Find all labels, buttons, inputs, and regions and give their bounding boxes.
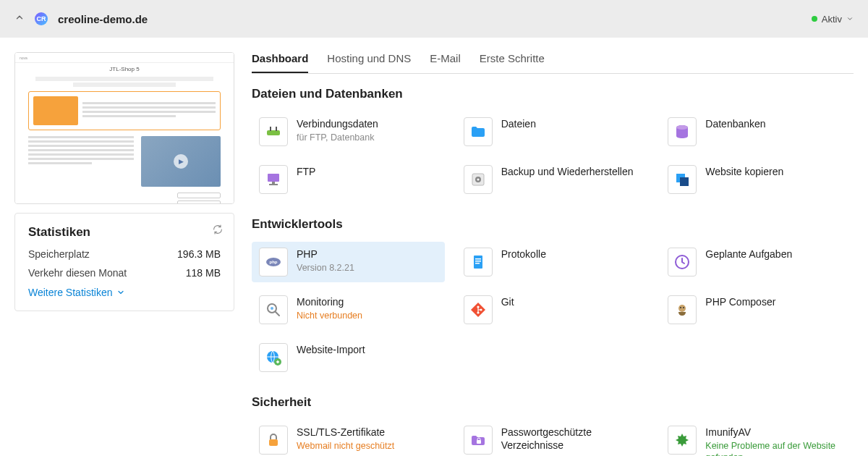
svg-rect-5 bbox=[268, 174, 279, 182]
git-icon bbox=[464, 295, 493, 324]
tile-title: FTP bbox=[297, 165, 315, 178]
traffic-value: 118 MB bbox=[186, 267, 221, 279]
svg-rect-31 bbox=[477, 440, 481, 444]
tile-sub: für FTP, Datenbank bbox=[297, 132, 378, 143]
more-stats-link[interactable]: Weitere Statistiken bbox=[28, 287, 125, 298]
php-icon: php bbox=[259, 248, 288, 276]
svg-rect-1 bbox=[270, 127, 271, 131]
svg-text:php: php bbox=[270, 260, 278, 264]
svg-rect-17 bbox=[475, 261, 481, 262]
svg-rect-0 bbox=[267, 130, 280, 135]
tile-website-import[interactable]: Website-Import bbox=[252, 337, 445, 378]
tile-monitoring[interactable]: Monitoring Nicht verbunden bbox=[252, 290, 445, 330]
tile-password-dirs[interactable]: Passwortgeschützte Verzeichnisse bbox=[456, 420, 650, 456]
imunify-icon bbox=[668, 426, 697, 455]
stats-card: Statistiken Speicherplatz 196.3 MB Verke… bbox=[14, 213, 234, 311]
tile-warn: Webmail nicht geschützt bbox=[297, 440, 394, 452]
collapse-chevron-icon[interactable] bbox=[14, 12, 25, 25]
copy-icon bbox=[668, 165, 697, 194]
tile-title: Datenbanken bbox=[705, 117, 765, 130]
ftp-icon bbox=[259, 165, 288, 194]
tile-title: PHP bbox=[297, 248, 354, 261]
svg-rect-2 bbox=[276, 127, 277, 131]
tile-git[interactable]: Git bbox=[456, 290, 650, 330]
tile-ssl[interactable]: SSL/TLS-Zertifikate Webmail nicht geschü… bbox=[252, 420, 445, 456]
magnifier-icon bbox=[259, 295, 288, 324]
tab-first-steps[interactable]: Erste Schritte bbox=[480, 52, 545, 73]
section-files-db: Dateien und Datenbanken bbox=[252, 87, 854, 101]
refresh-icon[interactable] bbox=[212, 224, 224, 238]
tile-backup[interactable]: Backup und Wiederherstellen bbox=[456, 159, 650, 200]
clock-icon bbox=[668, 248, 697, 276]
status-label: Aktiv bbox=[822, 14, 842, 25]
tile-scheduled-tasks[interactable]: Geplante Aufgaben bbox=[660, 242, 854, 282]
tile-title: Dateien bbox=[501, 117, 536, 130]
database-icon bbox=[668, 117, 697, 146]
tile-title: Backup und Wiederherstellen bbox=[501, 165, 634, 178]
domain-name: creoline-demo.de bbox=[58, 13, 148, 25]
tile-copy-website[interactable]: Website kopieren bbox=[660, 159, 854, 200]
tile-title: Website kopieren bbox=[705, 165, 783, 178]
tile-files[interactable]: Dateien bbox=[456, 111, 650, 152]
folder-icon bbox=[464, 117, 493, 146]
topbar: CR creoline-demo.de Aktiv bbox=[0, 0, 868, 38]
tile-title: ImunifyAV bbox=[705, 426, 846, 439]
document-icon bbox=[464, 248, 493, 276]
traffic-label: Verkehr diesen Monat bbox=[28, 267, 127, 279]
tab-dashboard[interactable]: Dashboard bbox=[252, 52, 308, 73]
tile-php[interactable]: php PHP Version 8.2.21 bbox=[252, 242, 445, 282]
section-devtools: Entwicklertools bbox=[252, 217, 854, 232]
tile-databases[interactable]: Datenbanken bbox=[660, 111, 854, 152]
disk-label: Speicherplatz bbox=[28, 248, 90, 260]
svg-rect-16 bbox=[475, 258, 481, 260]
tile-title: Protokolle bbox=[501, 248, 546, 261]
tile-connection-info[interactable]: Verbindungsdaten für FTP, Datenbank bbox=[252, 111, 445, 152]
svg-rect-15 bbox=[474, 256, 482, 269]
tab-hosting-dns[interactable]: Hosting und DNS bbox=[327, 52, 411, 73]
svg-rect-7 bbox=[269, 184, 278, 185]
disk-value: 196.3 MB bbox=[177, 248, 221, 260]
svg-rect-12 bbox=[680, 177, 689, 186]
svg-rect-18 bbox=[475, 263, 480, 264]
svg-point-27 bbox=[683, 307, 684, 308]
tile-logs[interactable]: Protokolle bbox=[456, 242, 650, 282]
section-security: Sicherheit bbox=[252, 395, 854, 410]
svg-point-25 bbox=[678, 305, 686, 312]
tabs: Dashboard Hosting und DNS E-Mail Erste S… bbox=[252, 52, 854, 74]
tab-email[interactable]: E-Mail bbox=[430, 52, 461, 73]
tile-imunifyav[interactable]: ImunifyAV Keine Probleme auf der Website… bbox=[660, 420, 854, 456]
tile-title: Passwortgeschützte Verzeichnisse bbox=[501, 426, 642, 452]
composer-icon bbox=[668, 295, 697, 324]
svg-point-10 bbox=[477, 179, 479, 181]
globe-import-icon bbox=[259, 343, 288, 372]
tile-warn: Nicht verbunden bbox=[297, 310, 362, 321]
svg-rect-30 bbox=[269, 439, 278, 446]
tile-title: Verbindungsdaten bbox=[297, 117, 378, 130]
status-selector[interactable]: Aktiv bbox=[812, 14, 854, 25]
status-dot-icon bbox=[812, 16, 817, 22]
chevron-down-icon bbox=[846, 15, 854, 22]
tile-title: SSL/TLS-Zertifikate bbox=[297, 426, 394, 439]
tile-title: Git bbox=[501, 295, 514, 308]
tile-composer[interactable]: PHP Composer bbox=[660, 290, 854, 330]
site-preview[interactable]: nova JTL-Shop 5 ▶ bbox=[14, 52, 234, 204]
tile-sub: Version 8.2.21 bbox=[297, 262, 354, 274]
svg-point-4 bbox=[676, 125, 688, 130]
svg-point-21 bbox=[271, 307, 273, 310]
site-favicon: CR bbox=[35, 12, 48, 25]
svg-point-26 bbox=[680, 307, 681, 308]
lock-icon bbox=[259, 426, 288, 455]
tile-ok: Keine Probleme auf der Website gefunden bbox=[705, 440, 846, 456]
tile-title: Monitoring bbox=[297, 295, 362, 308]
tile-title: Website-Import bbox=[297, 343, 365, 356]
plug-icon bbox=[259, 117, 288, 146]
tile-title: Geplante Aufgaben bbox=[705, 248, 792, 261]
tile-ftp[interactable]: FTP bbox=[252, 159, 445, 200]
chevron-down-icon bbox=[116, 288, 125, 297]
svg-rect-6 bbox=[272, 182, 275, 184]
tile-title: PHP Composer bbox=[705, 295, 775, 308]
folder-lock-icon bbox=[464, 426, 493, 455]
backup-icon bbox=[464, 165, 493, 194]
stats-heading: Statistiken bbox=[28, 225, 221, 240]
